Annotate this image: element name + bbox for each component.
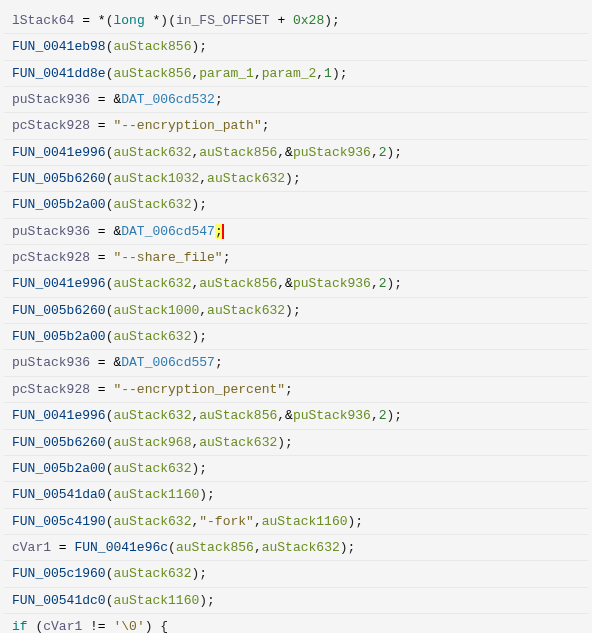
code-line: cVar1 = FUN_0041e96c(auStack856,auStack6…: [4, 535, 588, 561]
code-line: puStack936 = &DAT_006cd557;: [4, 350, 588, 376]
num-token: 0x28: [293, 13, 324, 28]
param-token: auStack632: [113, 461, 191, 476]
func-token: FUN_005c1960: [12, 566, 106, 581]
func-token: FUN_0041eb98: [12, 39, 106, 54]
string-token: "--encryption_path": [113, 118, 261, 133]
param-token: puStack936: [293, 276, 371, 291]
func-token: FUN_005c4190: [12, 514, 106, 529]
code-line: pcStack928 = "--share_file";: [4, 245, 588, 271]
code-line: pcStack928 = "--encryption_path";: [4, 113, 588, 139]
param-token: auStack632: [113, 408, 191, 423]
param-token: auStack856: [199, 145, 277, 160]
code-line: FUN_005b6260(auStack1032,auStack632);: [4, 166, 588, 192]
param-token: auStack632: [113, 276, 191, 291]
func-token: FUN_005b6260: [12, 171, 106, 186]
func-token: FUN_0041e96c: [74, 540, 168, 555]
code-line: FUN_005b6260(auStack968,auStack632);: [4, 430, 588, 456]
param-token: auStack968: [113, 435, 191, 450]
code-line: FUN_0041e996(auStack632,auStack856,&puSt…: [4, 271, 588, 297]
param-token: puStack936: [293, 145, 371, 160]
string-token: "--share_file": [113, 250, 222, 265]
param-token: auStack1160: [113, 487, 199, 502]
param-token: auStack632: [113, 197, 191, 212]
code-line: lStack64 = *(long *)(in_FS_OFFSET + 0x28…: [4, 8, 588, 34]
param-token: auStack632: [113, 566, 191, 581]
code-line: FUN_005b6260(auStack1000,auStack632);: [4, 298, 588, 324]
global-token: DAT_006cd547: [121, 224, 215, 239]
code-line: FUN_005b2a00(auStack632);: [4, 192, 588, 218]
code-line: pcStack928 = "--encryption_percent";: [4, 377, 588, 403]
func-token: FUN_005b6260: [12, 435, 106, 450]
param-token: param_2: [262, 66, 317, 81]
param-token: auStack856: [176, 540, 254, 555]
func-token: FUN_00541dc0: [12, 593, 106, 608]
var-token: puStack936: [12, 224, 90, 239]
code-line: puStack936 = &DAT_006cd532;: [4, 87, 588, 113]
num-token: 2: [379, 145, 387, 160]
string-token: "--encryption_percent": [113, 382, 285, 397]
num-token: 2: [379, 408, 387, 423]
param-token: auStack1160: [113, 593, 199, 608]
keyword-token: long: [113, 13, 144, 28]
var-token: pcStack928: [12, 118, 90, 133]
func-token: FUN_0041e996: [12, 408, 106, 423]
param-token: auStack1032: [113, 171, 199, 186]
param-token: auStack632: [113, 145, 191, 160]
var-token: cVar1: [12, 540, 51, 555]
code-line: if (cVar1 != '\0') {: [4, 614, 588, 633]
global-token: DAT_006cd557: [121, 355, 215, 370]
func-token: FUN_0041dd8e: [12, 66, 106, 81]
param-token: auStack632: [207, 171, 285, 186]
func-token: FUN_005b6260: [12, 303, 106, 318]
code-line: FUN_005b2a00(auStack632);: [4, 456, 588, 482]
param-token: auStack856: [113, 39, 191, 54]
string-token: "-fork": [199, 514, 254, 529]
num-token: 1: [324, 66, 332, 81]
param-token: auStack856: [199, 408, 277, 423]
code-line: FUN_005c4190(auStack632,"-fork",auStack1…: [4, 509, 588, 535]
code-line: FUN_0041dd8e(auStack856,param_1,param_2,…: [4, 61, 588, 87]
func-token: FUN_005b2a00: [12, 197, 106, 212]
param-token: param_1: [199, 66, 254, 81]
param-token: auStack632: [207, 303, 285, 318]
param-token: auStack856: [113, 66, 191, 81]
func-token: FUN_005b2a00: [12, 329, 106, 344]
num-token: 2: [379, 276, 387, 291]
code-line: FUN_00541dc0(auStack1160);: [4, 588, 588, 614]
code-line: FUN_005c1960(auStack632);: [4, 561, 588, 587]
param-token: auStack632: [113, 514, 191, 529]
global-token: DAT_006cd532: [121, 92, 215, 107]
var-token: in_FS_OFFSET: [176, 13, 270, 28]
func-token: FUN_00541da0: [12, 487, 106, 502]
param-token: puStack936: [293, 408, 371, 423]
code-line: FUN_0041eb98(auStack856);: [4, 34, 588, 60]
code-line: FUN_0041e996(auStack632,auStack856,&puSt…: [4, 140, 588, 166]
code-line: puStack936 = &DAT_006cd547;: [4, 219, 588, 245]
code-line: FUN_005b2a00(auStack632);: [4, 324, 588, 350]
func-token: FUN_0041e996: [12, 145, 106, 160]
param-token: auStack632: [199, 435, 277, 450]
func-token: FUN_0041e996: [12, 276, 106, 291]
func-token: FUN_005b2a00: [12, 461, 106, 476]
var-token: pcStack928: [12, 382, 90, 397]
param-token: auStack632: [262, 540, 340, 555]
param-token: auStack1000: [113, 303, 199, 318]
string-token: '\0': [113, 619, 144, 633]
var-token: pcStack928: [12, 250, 90, 265]
text-cursor: [222, 224, 224, 239]
keyword-token: if: [12, 619, 28, 633]
var-token: cVar1: [43, 619, 82, 633]
var-token: lStack64: [12, 13, 74, 28]
param-token: auStack856: [199, 276, 277, 291]
param-token: auStack632: [113, 329, 191, 344]
code-line: FUN_00541da0(auStack1160);: [4, 482, 588, 508]
var-token: puStack936: [12, 92, 90, 107]
var-token: puStack936: [12, 355, 90, 370]
code-line: FUN_0041e996(auStack632,auStack856,&puSt…: [4, 403, 588, 429]
param-token: auStack1160: [262, 514, 348, 529]
